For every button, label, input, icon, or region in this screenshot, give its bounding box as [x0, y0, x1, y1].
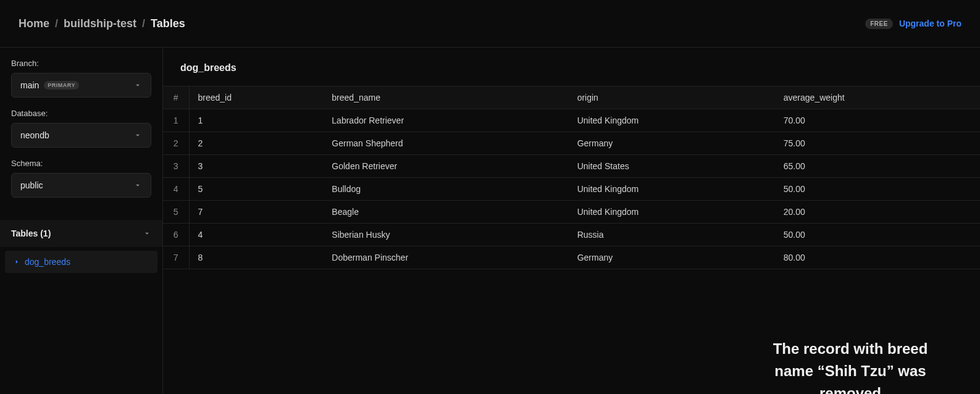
topbar-right: FREE Upgrade to Pro	[865, 19, 961, 29]
cell-breed-id[interactable]: 7	[189, 201, 323, 224]
cell-average-weight[interactable]: 50.00	[775, 178, 980, 201]
table-row[interactable]: 57BeagleUnited Kingdom20.00	[163, 201, 980, 224]
cell-origin[interactable]: United Kingdom	[569, 109, 775, 132]
table-row[interactable]: 11Labrador RetrieverUnited Kingdom70.00	[163, 109, 980, 132]
table-item-label: dog_breeds	[25, 257, 70, 267]
cell-rownum[interactable]: 6	[163, 224, 189, 246]
topbar: Home / buildship-test / Tables FREE Upgr…	[0, 0, 980, 48]
content: dog_breeds # breed_id breed_name origin …	[163, 48, 980, 394]
breadcrumb-sep: /	[142, 17, 145, 30]
table-title: dog_breeds	[163, 48, 980, 86]
col-breed-name[interactable]: breed_name	[323, 86, 568, 109]
database-section: Database: neondb	[0, 109, 162, 159]
cell-origin[interactable]: Germany	[569, 132, 775, 155]
breadcrumb-project[interactable]: buildship-test	[64, 17, 136, 30]
cell-breed-name[interactable]: Doberman Pinscher	[323, 246, 568, 269]
cell-breed-id[interactable]: 4	[189, 224, 323, 246]
cell-breed-id[interactable]: 1	[189, 109, 323, 132]
cell-rownum[interactable]: 2	[163, 132, 189, 155]
main: Branch: main PRIMARY Database: neondb	[0, 48, 980, 394]
breadcrumb-current: Tables	[151, 17, 185, 30]
cell-breed-name[interactable]: Bulldog	[323, 178, 568, 201]
cell-average-weight[interactable]: 80.00	[775, 246, 980, 269]
tables-header[interactable]: Tables (1)	[0, 220, 162, 247]
cell-average-weight[interactable]: 75.00	[775, 132, 980, 155]
cell-rownum[interactable]: 1	[163, 109, 189, 132]
cell-rownum[interactable]: 5	[163, 201, 189, 224]
col-average-weight[interactable]: average_weight	[775, 86, 980, 109]
col-origin[interactable]: origin	[569, 86, 775, 109]
cell-rownum[interactable]: 7	[163, 246, 189, 269]
database-label: Database:	[11, 109, 151, 118]
cell-breed-id[interactable]: 5	[189, 178, 323, 201]
cell-average-weight[interactable]: 50.00	[775, 224, 980, 246]
cell-breed-id[interactable]: 3	[189, 155, 323, 178]
col-rownum[interactable]: #	[163, 86, 189, 109]
chevron-right-icon	[12, 258, 21, 266]
branch-select[interactable]: main PRIMARY	[11, 73, 151, 98]
database-value: neondb	[20, 130, 49, 140]
cell-origin[interactable]: Russia	[569, 224, 775, 246]
chevron-down-icon	[143, 229, 151, 238]
cell-average-weight[interactable]: 65.00	[775, 155, 980, 178]
cell-average-weight[interactable]: 70.00	[775, 109, 980, 132]
branch-label: Branch:	[11, 59, 151, 68]
table-header-row: # breed_id breed_name origin average_wei…	[163, 86, 980, 109]
table-row[interactable]: 33Golden RetrieverUnited States65.00	[163, 155, 980, 178]
sidebar: Branch: main PRIMARY Database: neondb	[0, 48, 163, 394]
schema-section: Schema: public	[0, 159, 162, 209]
cell-breed-id[interactable]: 2	[189, 132, 323, 155]
cell-origin[interactable]: United Kingdom	[569, 201, 775, 224]
table-row[interactable]: 22German ShepherdGermany75.00	[163, 132, 980, 155]
cell-breed-name[interactable]: Golden Retriever	[323, 155, 568, 178]
breadcrumb-sep: /	[55, 17, 58, 30]
table-row[interactable]: 78Doberman PinscherGermany80.00	[163, 246, 980, 269]
cell-origin[interactable]: United States	[569, 155, 775, 178]
cell-origin[interactable]: Germany	[569, 246, 775, 269]
cell-breed-id[interactable]: 8	[189, 246, 323, 269]
cell-breed-name[interactable]: Labrador Retriever	[323, 109, 568, 132]
chevron-down-icon	[133, 81, 142, 90]
cell-average-weight[interactable]: 20.00	[775, 201, 980, 224]
cell-breed-name[interactable]: German Shepherd	[323, 132, 568, 155]
breadcrumb-home[interactable]: Home	[19, 17, 49, 30]
branch-primary-badge: PRIMARY	[44, 81, 79, 90]
breadcrumb: Home / buildship-test / Tables	[19, 17, 185, 30]
chevron-down-icon	[133, 131, 142, 140]
schema-label: Schema:	[11, 159, 151, 168]
chevron-down-icon	[133, 181, 142, 190]
schema-value: public	[20, 180, 43, 190]
cell-origin[interactable]: United Kingdom	[569, 178, 775, 201]
branch-section: Branch: main PRIMARY	[0, 59, 162, 109]
tables-header-label: Tables (1)	[11, 228, 51, 238]
col-breed-id[interactable]: breed_id	[189, 86, 323, 109]
schema-select[interactable]: public	[11, 173, 151, 198]
database-select[interactable]: neondb	[11, 123, 151, 148]
cell-breed-name[interactable]: Siberian Husky	[323, 224, 568, 246]
sidebar-table-dog-breeds[interactable]: dog_breeds	[5, 251, 157, 273]
annotation-text: The record with breed name “Shih Tzu” wa…	[752, 338, 949, 394]
upgrade-link[interactable]: Upgrade to Pro	[899, 19, 961, 28]
table-row[interactable]: 45BulldogUnited Kingdom50.00	[163, 178, 980, 201]
cell-rownum[interactable]: 4	[163, 178, 189, 201]
cell-breed-name[interactable]: Beagle	[323, 201, 568, 224]
cell-rownum[interactable]: 3	[163, 155, 189, 178]
table-row[interactable]: 64Siberian HuskyRussia50.00	[163, 224, 980, 246]
branch-value: main	[20, 80, 39, 90]
plan-badge: FREE	[865, 19, 893, 29]
data-table: # breed_id breed_name origin average_wei…	[163, 86, 980, 269]
